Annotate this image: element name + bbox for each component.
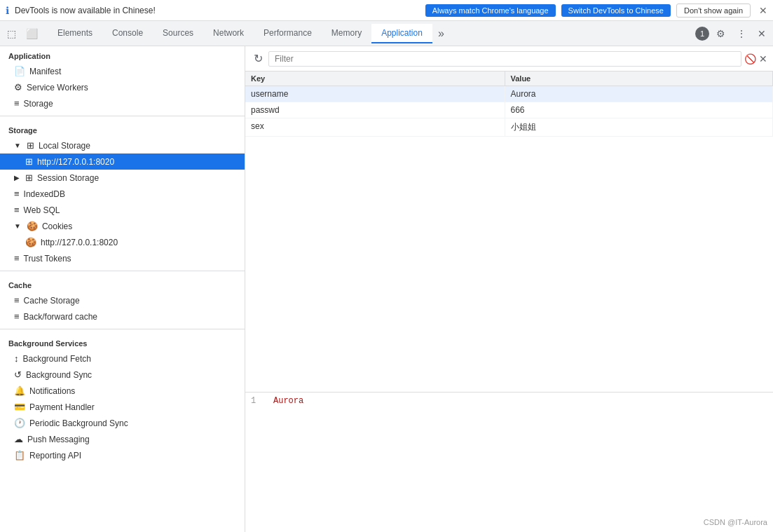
tab-elements[interactable]: Elements (48, 24, 102, 43)
device-toggle-icon[interactable]: ⬜ (22, 25, 42, 42)
sidebar-item-service-workers-label: Service Workers (27, 83, 88, 93)
sidebar-item-push-messaging-label: Push Messaging (27, 435, 90, 444)
sidebar-section-storage: Storage (0, 121, 245, 137)
table-row[interactable]: usernameAurora (245, 86, 773, 102)
tab-bar-icons: ⬚ ⬜ (3, 25, 42, 42)
dont-show-again-button[interactable]: Don't show again (676, 4, 751, 18)
switch-to-chinese-button[interactable]: Switch DevTools to Chinese (561, 4, 671, 17)
tab-performance[interactable]: Performance (254, 24, 322, 43)
sidebar-item-indexeddb[interactable]: ≡ IndexedDB (0, 186, 245, 202)
expand-local-storage-icon[interactable]: ▼ (14, 142, 21, 149)
sidebar-section-background-services: Background Services (0, 334, 245, 350)
notification-close-icon[interactable]: ✕ (759, 5, 767, 16)
table-cell-key: sex (245, 118, 505, 137)
sidebar-item-cookies-url-label: http://127.0.0.1:8020 (41, 238, 118, 247)
issues-badge[interactable]: 1 (695, 27, 709, 41)
sidebar-item-payment-handler[interactable]: 💳 Payment Handler (0, 399, 245, 415)
periodic-bg-sync-icon: 🕐 (14, 418, 25, 428)
sidebar-item-local-storage-label: Local Storage (39, 141, 90, 151)
sidebar-item-cookies-url[interactable]: 🍪 http://127.0.0.1:8020 (0, 234, 245, 250)
expand-session-storage-icon[interactable]: ▶ (14, 174, 20, 182)
sidebar-item-session-storage[interactable]: ▶ ⊞ Session Storage (0, 170, 245, 186)
sidebar-item-manifest[interactable]: 📄 Manifest (0, 63, 245, 79)
sidebar-item-background-fetch[interactable]: ↕ Background Fetch (0, 350, 245, 367)
tab-sources[interactable]: Sources (153, 24, 203, 43)
web-sql-icon: ≡ (14, 205, 20, 215)
sidebar-item-background-fetch-label: Background Fetch (23, 354, 91, 364)
sidebar-item-web-sql-label: Web SQL (24, 205, 60, 215)
storage-table: Key Value usernameAurorapasswd666sex小姐姐 (245, 71, 773, 137)
tab-overflow-button[interactable]: » (432, 25, 450, 43)
storage-table-wrapper: Key Value usernameAurorapasswd666sex小姐姐 (245, 71, 773, 392)
sidebar-item-cache-storage[interactable]: ≡ Cache Storage (0, 292, 245, 308)
refresh-button[interactable]: ↻ (251, 50, 266, 67)
push-messaging-icon: ☁ (14, 434, 23, 444)
sidebar-item-local-storage-url[interactable]: ⊞ http://127.0.0.1:8020 (0, 154, 245, 170)
lower-line-number: 1 (251, 396, 268, 406)
sidebar-item-reporting-api[interactable]: 📋 Reporting API (0, 447, 245, 463)
sidebar-item-back-forward-cache-label: Back/forward cache (24, 312, 97, 322)
sidebar-item-service-workers[interactable]: ⚙ Service Workers (0, 79, 245, 95)
col-header-value: Value (505, 71, 773, 86)
sidebar-item-storage-label: Storage (24, 99, 53, 109)
table-cell-key: username (245, 86, 505, 102)
always-match-button[interactable]: Always match Chrome's language (425, 4, 556, 17)
payment-handler-icon: 💳 (14, 402, 25, 412)
filter-input[interactable] (268, 51, 741, 67)
sidebar-item-cache-storage-label: Cache Storage (24, 296, 80, 306)
sidebar-item-trust-tokens[interactable]: ≡ Trust Tokens (0, 250, 245, 266)
sidebar-item-periodic-background-sync-label: Periodic Background Sync (29, 418, 128, 428)
lower-line-value: Aurora (273, 396, 303, 406)
tab-application[interactable]: Application (371, 24, 432, 43)
cookies-url-icon: 🍪 (25, 237, 36, 247)
back-forward-cache-icon: ≡ (14, 311, 20, 322)
service-workers-icon: ⚙ (14, 82, 22, 93)
lower-line-1: 1 Aurora (245, 395, 773, 407)
reporting-api-icon: 📋 (14, 450, 25, 461)
table-cell-value: 666 (505, 102, 773, 118)
table-body: usernameAurorapasswd666sex小姐姐 (245, 86, 773, 137)
filter-block-icon[interactable]: 🚫 (744, 53, 756, 64)
info-icon: ℹ (6, 5, 9, 16)
settings-icon[interactable]: ⚙ (712, 25, 730, 42)
sidebar-item-storage[interactable]: ≡ Storage (0, 95, 245, 111)
table-row[interactable]: sex小姐姐 (245, 118, 773, 137)
tab-network[interactable]: Network (203, 24, 254, 43)
sidebar-item-notifications[interactable]: 🔔 Notifications (0, 383, 245, 399)
close-devtools-icon[interactable]: ✕ (753, 25, 770, 42)
content-area: ↻ 🚫 ✕ Key Value usernameAurorapasswd66 (245, 46, 773, 532)
session-storage-icon: ⊞ (25, 172, 33, 183)
sidebar-item-push-messaging[interactable]: ☁ Push Messaging (0, 431, 245, 447)
tab-memory[interactable]: Memory (322, 24, 371, 43)
tab-bar: ⬚ ⬜ Elements Console Sources Network Per… (0, 21, 773, 46)
filter-bar: ↻ 🚫 ✕ (245, 46, 773, 71)
sidebar-item-indexeddb-label: IndexedDB (24, 189, 65, 199)
table-area: Key Value usernameAurorapasswd666sex小姐姐 (245, 71, 773, 392)
more-options-icon[interactable]: ⋮ (732, 25, 751, 42)
inspect-icon[interactable]: ⬚ (3, 25, 20, 42)
tab-right-controls: 1 ⚙ ⋮ ✕ (695, 25, 770, 42)
sidebar-item-session-storage-label: Session Storage (37, 173, 99, 183)
sidebar-item-local-storage-url-label: http://127.0.0.1:8020 (37, 157, 114, 167)
table-row[interactable]: passwd666 (245, 102, 773, 118)
notification-text: DevTools is now available in Chinese! (15, 6, 420, 15)
sidebar-item-back-forward-cache[interactable]: ≡ Back/forward cache (0, 308, 245, 325)
sidebar: Application 📄 Manifest ⚙ Service Workers… (0, 46, 245, 532)
local-storage-icon: ⊞ (27, 140, 34, 151)
sidebar-item-cookies[interactable]: ▼ 🍪 Cookies (0, 218, 245, 234)
local-storage-url-icon: ⊞ (25, 156, 33, 167)
background-fetch-icon: ↕ (14, 353, 19, 364)
trust-tokens-icon: ≡ (14, 253, 20, 264)
sidebar-item-local-storage[interactable]: ▼ ⊞ Local Storage (0, 137, 245, 154)
sidebar-item-background-sync[interactable]: ↺ Background Sync (0, 367, 245, 383)
sidebar-item-periodic-background-sync[interactable]: 🕐 Periodic Background Sync (0, 415, 245, 431)
tab-console[interactable]: Console (102, 24, 153, 43)
table-cell-value: Aurora (505, 86, 773, 102)
filter-clear-button[interactable]: ✕ (759, 53, 767, 64)
sidebar-item-reporting-api-label: Reporting API (29, 451, 81, 461)
main-area: Application 📄 Manifest ⚙ Service Workers… (0, 46, 773, 532)
notifications-icon: 🔔 (14, 386, 25, 396)
expand-cookies-icon[interactable]: ▼ (14, 222, 21, 230)
sidebar-item-web-sql[interactable]: ≡ Web SQL (0, 202, 245, 218)
storage-icon: ≡ (14, 98, 20, 109)
